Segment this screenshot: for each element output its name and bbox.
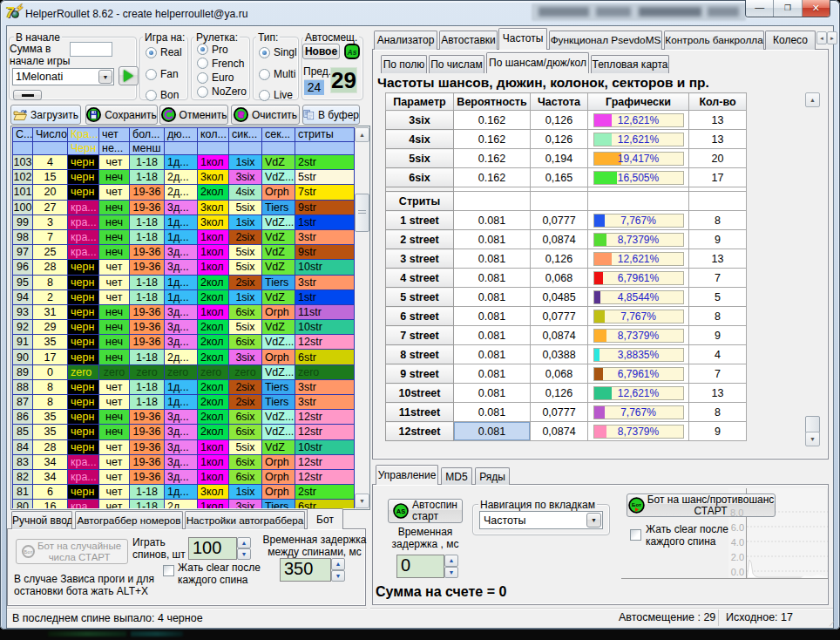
svg-text:Бот: Бот <box>632 502 641 507</box>
svg-text:As: As <box>347 48 357 57</box>
svg-text:AS: AS <box>396 507 405 515</box>
